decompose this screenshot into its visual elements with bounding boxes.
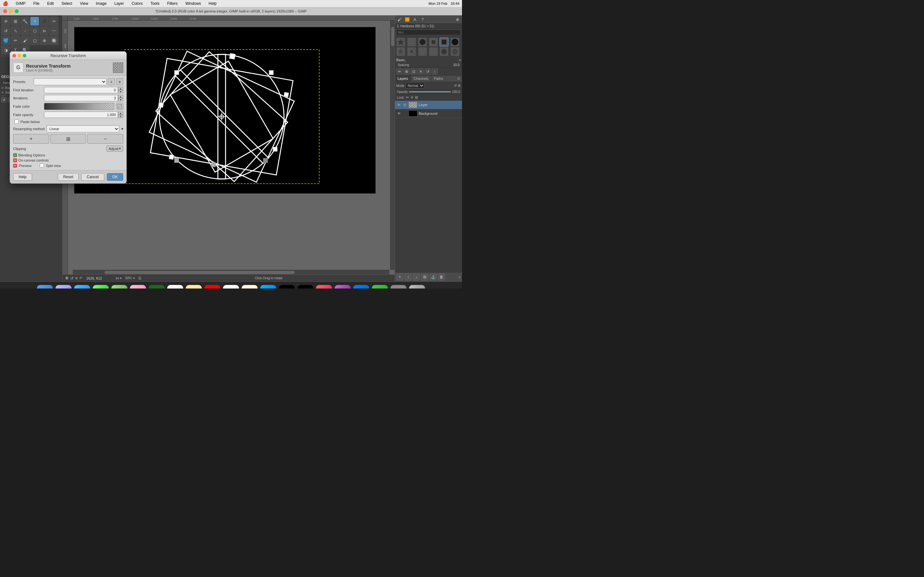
oncanvas-section-header[interactable]: ✕ On-canvas controls [13,158,123,162]
tool-fuzzy-select[interactable]: ⌖ [30,17,39,26]
dock-facetime[interactable]: 📹 [149,285,165,289]
tool-bucket[interactable]: 🪣 [1,36,10,45]
dock-news[interactable]: 📰 [204,285,220,289]
menu-tools[interactable]: Tools [149,1,161,6]
tab-layers[interactable]: Layers [395,76,411,82]
blending-section-header[interactable]: + Blending Options [13,153,123,157]
tool-pencil[interactable]: ✏ [11,36,20,45]
brush-edit-export[interactable]: ↑ [431,68,438,75]
dock-photos[interactable]: 🖼 [130,285,146,289]
reset-button[interactable]: Reset [58,173,79,181]
brush-edit-copy[interactable]: ⊞ [403,68,410,75]
dock-chrome[interactable]: 🌀 [223,285,239,289]
fade-opacity-down[interactable]: ▼ [118,115,123,118]
zoom-control[interactable]: 50% ▾ [126,276,135,280]
unit-selector[interactable]: px ▾ [116,276,121,280]
layers-btn-copy[interactable]: ⊞ [421,274,428,280]
dock-vscode[interactable]: 💻 [353,285,369,289]
brush-item-square-small[interactable] [429,37,438,47]
dialog-preset-add-btn[interactable]: + [108,78,115,85]
tool-shear[interactable]: ⟋ [21,26,29,35]
layer-link-background[interactable] [403,111,407,116]
tool-rotate[interactable]: ↺ [1,26,10,35]
menu-image[interactable]: Image [95,1,108,6]
tool-brush[interactable]: 🖌 [21,36,29,45]
mode-select[interactable]: Normal [405,83,425,89]
cancel-button[interactable]: Cancel [81,173,104,181]
menu-gimp[interactable]: GIMP [15,1,27,6]
brush-item-circle-hard[interactable] [451,37,459,47]
dock-calendar[interactable]: 📅 [167,285,183,289]
panel-icon-paintbrush[interactable]: 🖌 [396,16,403,23]
layers-panel-expand[interactable]: ⊕ [458,276,461,279]
dock-freeform[interactable]: ✏ [242,285,258,289]
tool-clone[interactable]: ⊕ [40,36,49,45]
opacity-slider[interactable] [409,91,451,92]
panel-icon-font[interactable]: A [412,16,418,23]
brush-edit-delete[interactable]: ✕ [417,68,424,75]
layer-eye-background[interactable]: 👁 [396,111,401,116]
layer-item-layer[interactable]: 👁 ⛓ Layer [395,101,462,109]
preset-dropdown-chevron[interactable]: ▾ [459,58,461,62]
menu-edit[interactable]: Edit [46,1,55,6]
dialog-close-btn[interactable] [13,54,16,57]
fade-color-edit-btn[interactable] [116,103,123,110]
dialog-max-btn[interactable] [23,54,26,57]
brush-edit-refresh[interactable]: ↺ [425,68,431,75]
menu-filters[interactable]: Filters [166,1,179,6]
first-iteration-up[interactable]: ▲ [118,87,123,90]
resampling-select[interactable]: Linear [47,125,120,132]
menu-layer[interactable]: Layer [113,1,125,6]
layers-tab-expand[interactable]: ⊕ [455,76,462,82]
iterations-up[interactable]: ▲ [118,95,123,98]
status-icon-4[interactable]: ↶ [79,276,82,280]
apple-menu[interactable]: 🍎 [3,1,8,6]
brush-item-splash1[interactable] [407,37,416,47]
resampling-dropdown-icon[interactable]: ▾ [121,127,123,131]
dock-music[interactable]: 🎶 [316,285,332,289]
brush-item-dot-hard[interactable] [418,37,427,47]
menu-select[interactable]: Select [60,1,73,6]
tool-move[interactable]: ✛ [1,17,10,26]
menu-help[interactable]: Help [207,1,218,6]
status-icon-2[interactable]: ↺ [70,276,73,280]
tool-crop[interactable]: ✂ [49,17,58,26]
menu-file[interactable]: File [32,1,41,6]
help-button[interactable]: Help [13,173,32,181]
brush-item-soft1[interactable] [439,47,449,56]
lock-alpha-icon[interactable]: ⊞ [415,95,418,100]
dock-whatsapp[interactable]: 💚 [372,285,388,289]
tool-scale[interactable]: ⤡ [11,26,20,35]
fade-opacity-up[interactable]: ▲ [118,111,123,115]
panel-icon-expand[interactable]: ⊕ [454,16,461,23]
scrollbar-vertical[interactable] [390,21,395,270]
dock-appstore[interactable]: 📱 [260,285,276,289]
minimize-button[interactable] [9,9,13,13]
tool-free-select[interactable]: 🔧 [21,17,29,26]
panel-icon-square[interactable]: 🟧 [404,16,410,23]
fade-color-preview[interactable] [44,103,114,110]
clipping-adjust-btn[interactable]: Adjust ▾ [106,145,123,152]
dock-launchpad[interactable]: ⊞ [55,285,71,289]
paste-below-checkbox[interactable] [15,119,19,124]
tool-align[interactable]: ⊞ [11,17,20,26]
tool-perspective[interactable]: ⬠ [30,26,39,35]
split-view-checkbox[interactable] [40,163,44,168]
tool-erase[interactable]: ◻ [30,36,39,45]
radius-close-icon[interactable]: ✕ [1,86,4,90]
layers-btn-add[interactable]: + [396,274,403,280]
layer-eye-layer[interactable]: 👁 [396,102,401,107]
menu-colors[interactable]: Colors [130,1,144,6]
tool-heal[interactable]: 🔘 [49,36,58,45]
panel-btn-1[interactable]: ↺ [1,97,6,102]
lock-pixel-icon[interactable]: ✏ [406,95,409,100]
brush-item-soft2[interactable] [451,47,459,56]
brush-edit-pencil[interactable]: ✏ [396,68,403,75]
brush-edit-paste[interactable]: ⊡ [410,68,417,75]
mode-reset-icon[interactable]: ↺ [454,83,457,88]
dock-trash[interactable]: 🗑 [409,285,425,289]
transform-btn-copy[interactable]: ⊞ [50,134,86,143]
status-icon-1[interactable]: 🛠 [65,276,69,280]
lock-position-icon[interactable]: ✛ [410,95,414,100]
brush-item-star2[interactable] [396,47,405,56]
